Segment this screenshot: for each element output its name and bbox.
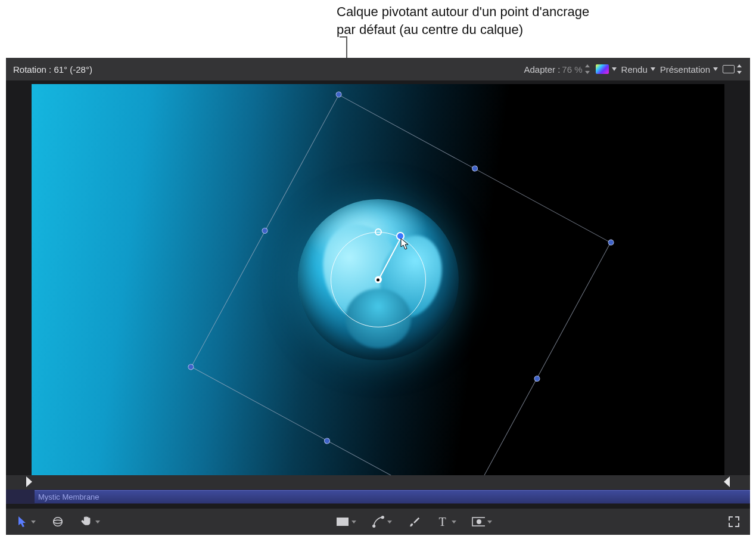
chevron-down-icon <box>612 67 617 71</box>
render-dropdown[interactable]: Rendu <box>621 64 655 75</box>
rotation-status-value: 61° <box>54 64 67 75</box>
svg-point-4 <box>381 516 384 519</box>
rotation-status-label: Rotation <box>13 64 46 75</box>
callout-line2: par défaut (au centre du calque) <box>337 21 694 39</box>
chevron-down-icon <box>487 521 492 523</box>
mask-icon <box>472 515 485 528</box>
out-point-marker[interactable] <box>723 475 731 488</box>
svg-point-6 <box>477 519 481 524</box>
fit-zoom-control[interactable]: Adapter : 76 % <box>524 64 590 75</box>
pen-icon <box>372 515 385 528</box>
pointer-icon <box>15 515 29 528</box>
pan-tool[interactable] <box>80 515 100 528</box>
viewer-top-bar: Rotation : 61° (-28°) Adapter : 76 % Ren… <box>6 58 750 80</box>
chevron-down-icon <box>713 67 718 71</box>
callout-line1: Calque pivotant autour d'un point d'ancr… <box>337 3 694 21</box>
svg-rect-2 <box>337 518 349 526</box>
anchor-point[interactable] <box>375 276 382 283</box>
rectangle-tool[interactable] <box>336 515 356 528</box>
svg-point-0 <box>54 518 63 526</box>
color-channel-dropdown[interactable] <box>596 64 617 74</box>
view-dropdown[interactable]: Présentation <box>660 64 718 75</box>
color-swatch-icon <box>596 64 609 74</box>
text-tool[interactable]: T <box>436 515 456 528</box>
view-label: Présentation <box>660 64 710 75</box>
fit-value: 76 % <box>562 64 582 75</box>
paint-stroke-tool[interactable] <box>407 515 421 528</box>
rotation-status: Rotation : 61° (-28°) <box>13 64 92 75</box>
pen-tool[interactable] <box>372 515 392 528</box>
text-icon: T <box>436 515 449 528</box>
fit-label: Adapter : <box>524 64 560 75</box>
viewer-panel: Rotation : 61° (-28°) Adapter : 76 % Ren… <box>6 58 750 535</box>
mini-timeline[interactable]: Mystic Membrane <box>6 490 750 504</box>
clip-name: Mystic Membrane <box>38 492 99 501</box>
chevron-down-icon <box>351 521 356 523</box>
stepper-icon <box>584 64 591 74</box>
select-tool[interactable] <box>15 515 36 528</box>
expand-icon <box>727 515 741 528</box>
canvas-viewport[interactable] <box>32 84 724 475</box>
stepper-icon <box>736 64 743 74</box>
expand-viewer-button[interactable] <box>727 515 741 528</box>
svg-point-1 <box>54 520 63 523</box>
chevron-down-icon <box>651 67 655 71</box>
chevron-down-icon <box>31 521 36 523</box>
in-point-marker[interactable] <box>25 475 33 488</box>
clip-bar[interactable] <box>35 490 750 503</box>
orbit-icon <box>51 515 64 528</box>
timeline-ruler[interactable] <box>6 475 750 490</box>
3d-transform-tool[interactable] <box>51 515 64 528</box>
mask-tool[interactable] <box>472 515 492 528</box>
callout-text: Calque pivotant autour d'un point d'ancr… <box>337 3 694 38</box>
rectangle-icon <box>336 515 349 528</box>
cursor-icon <box>400 238 410 253</box>
layout-icon <box>723 65 735 73</box>
rotation-status-delta: (-28°) <box>70 64 92 75</box>
chevron-down-icon <box>452 521 456 523</box>
svg-point-3 <box>372 525 375 528</box>
render-label: Rendu <box>621 64 648 75</box>
chevron-down-icon <box>95 521 100 523</box>
brush-icon <box>407 515 421 528</box>
hand-icon <box>80 515 93 528</box>
layout-dropdown[interactable] <box>723 64 743 74</box>
chevron-down-icon <box>387 521 392 523</box>
canvas-tool-strip: T <box>6 509 750 535</box>
rotation-start-marker <box>375 228 382 236</box>
